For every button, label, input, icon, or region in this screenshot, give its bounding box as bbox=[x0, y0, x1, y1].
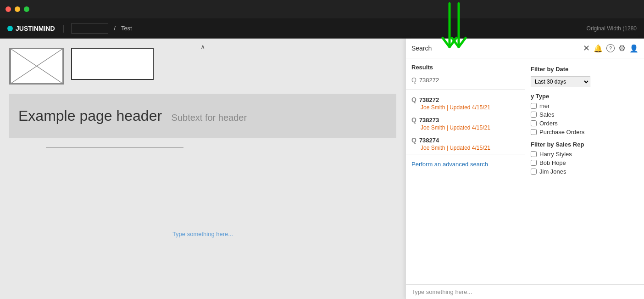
result-number-2: 738274 bbox=[419, 137, 439, 144]
filter-type-checkbox-2[interactable] bbox=[531, 120, 537, 126]
logo-dot bbox=[7, 26, 13, 31]
filter-rep-item-0: Harry Styles bbox=[531, 151, 638, 158]
result-q-icon-1: Q bbox=[411, 96, 416, 103]
result-detail-2: Joe Smith | Updated 4/15/21 bbox=[411, 145, 519, 151]
result-q-icon-2: Q bbox=[411, 116, 416, 124]
filter-type-item-3: Purchase Orders bbox=[531, 129, 638, 135]
canvas-input-hint: Type something here... bbox=[9, 231, 396, 237]
filter-type-item-2: Orders bbox=[531, 120, 638, 127]
filter-rep-section: Filter by Sales Rep Harry Styles Bob Hop… bbox=[531, 141, 638, 175]
filter-type-label-2: Orders bbox=[539, 120, 558, 127]
filter-date-select[interactable]: Last 30 days Last 7 days Last 90 days Al… bbox=[531, 76, 590, 87]
main-area: ∧ Example page header Subtext for header… bbox=[0, 39, 644, 299]
result-q-icon-3: Q bbox=[411, 136, 416, 144]
results-title: Results bbox=[406, 64, 525, 74]
filter-type-checkbox-3[interactable] bbox=[531, 129, 537, 135]
bottom-type-hint: Type something here... bbox=[406, 284, 644, 299]
result-detail-1: Joe Smith | Updated 4/15/21 bbox=[411, 124, 519, 131]
search-input[interactable] bbox=[411, 45, 579, 52]
filter-type-item-1: Sales bbox=[531, 111, 638, 118]
results-column: Results Q 738272 Q 738272 Joe Smith | Up… bbox=[406, 58, 525, 284]
result-first-number: 738272 bbox=[419, 77, 439, 84]
result-q-icon-0: Q bbox=[411, 76, 416, 84]
result-detail-0: Joe Smith | Updated 4/15/21 bbox=[411, 104, 519, 111]
filter-type-item-0: mer bbox=[531, 102, 638, 109]
canvas-rect-placeholder bbox=[71, 48, 154, 80]
filter-rep-item-2: Jim Jones bbox=[531, 168, 638, 175]
bell-icon[interactable]: 🔔 bbox=[594, 44, 603, 53]
filter-type-section: y Type mer Sales Orders bbox=[531, 93, 638, 135]
advanced-search-section: Perform an advanced search bbox=[406, 154, 525, 174]
search-content: Results Q 738272 Q 738272 Joe Smith | Up… bbox=[406, 58, 644, 284]
app-toolbar: JUSTINMIND | / Test Original Width (1280 bbox=[0, 18, 644, 39]
canvas-header-section: Example page header Subtext for header bbox=[9, 94, 396, 138]
filter-rep-label-1: Bob Hope bbox=[539, 159, 566, 166]
logo-text: JUSTINMIND bbox=[16, 25, 55, 32]
filter-rep-item-1: Bob Hope bbox=[531, 159, 638, 166]
browser-dot-green[interactable] bbox=[24, 6, 29, 12]
browser-dot-yellow[interactable] bbox=[15, 6, 20, 12]
toolbar-separator: | bbox=[62, 23, 65, 33]
filter-type-checkbox-1[interactable] bbox=[531, 112, 537, 118]
filter-type-title: y Type bbox=[531, 93, 638, 100]
result-item-0[interactable]: Q 738272 Joe Smith | Updated 4/15/21 bbox=[406, 93, 525, 113]
filter-type-label-3: Purchase Orders bbox=[539, 129, 584, 135]
filter-rep-checkbox-1[interactable] bbox=[531, 160, 537, 166]
result-first-item[interactable]: Q 738272 bbox=[406, 74, 525, 90]
result-item-1[interactable]: Q 738273 Joe Smith | Updated 4/15/21 bbox=[406, 113, 525, 134]
filter-rep-checkbox-0[interactable] bbox=[531, 151, 537, 157]
result-number-1: 738273 bbox=[419, 117, 439, 124]
canvas-divider bbox=[46, 147, 183, 148]
result-item-2[interactable]: Q 738274 Joe Smith | Updated 4/15/21 bbox=[406, 134, 525, 154]
advanced-search-link[interactable]: Perform an advanced search bbox=[411, 161, 488, 168]
filter-rep-label-0: Harry Styles bbox=[539, 151, 572, 158]
filter-column: Filter by Date Last 30 days Last 7 days … bbox=[525, 58, 644, 284]
gear-icon[interactable]: ⚙ bbox=[618, 43, 626, 53]
canvas-image-placeholder bbox=[9, 48, 64, 85]
toolbar-page-name: Test bbox=[121, 25, 132, 32]
search-bar: ✕ 🔔 ? ⚙ 👤 bbox=[406, 39, 644, 58]
canvas-area: ∧ Example page header Subtext for header… bbox=[0, 39, 405, 299]
filter-rep-checkbox-2[interactable] bbox=[531, 169, 537, 175]
canvas-page-header: Example page header bbox=[18, 107, 162, 124]
filter-date-title: Filter by Date bbox=[531, 66, 638, 73]
filter-type-label-0: mer bbox=[539, 102, 550, 109]
filter-rep-title: Filter by Sales Rep bbox=[531, 141, 638, 148]
filter-type-label-1: Sales bbox=[539, 111, 555, 118]
toolbar-slash: / bbox=[114, 25, 116, 32]
toolbar-project-input[interactable] bbox=[72, 23, 108, 34]
search-panel: ✕ 🔔 ? ⚙ 👤 Results Q 738272 Q 7382 bbox=[405, 39, 644, 299]
collapse-arrow[interactable]: ∧ bbox=[200, 43, 205, 51]
close-icon[interactable]: ✕ bbox=[583, 43, 590, 53]
user-icon[interactable]: 👤 bbox=[629, 44, 638, 53]
canvas-subtext: Subtext for header bbox=[172, 113, 247, 123]
result-number-0: 738272 bbox=[419, 96, 439, 103]
filter-type-checkbox-0[interactable] bbox=[531, 103, 537, 109]
justinmind-logo: JUSTINMIND bbox=[7, 25, 55, 32]
help-icon[interactable]: ? bbox=[606, 44, 615, 52]
browser-bar bbox=[0, 0, 644, 18]
browser-dot-red[interactable] bbox=[6, 6, 11, 12]
original-width-label: Original Width (1280 bbox=[587, 25, 637, 32]
filter-rep-label-2: Jim Jones bbox=[539, 168, 566, 175]
